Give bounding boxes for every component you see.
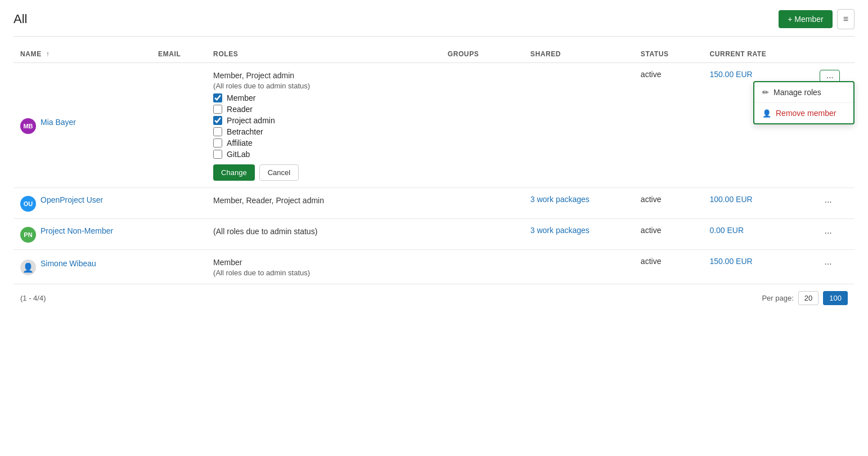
actions-cell: ··· [813, 219, 854, 250]
table-row: MBMia BayerMember, Project admin(All rol… [14, 63, 854, 188]
per-page-100[interactable]: 100 [823, 291, 848, 305]
checkbox-label-project-admin[interactable]: Project admin [227, 116, 275, 125]
roles-display: (All roles due to admin status) [213, 226, 434, 238]
col-groups: GROUPS [441, 46, 524, 63]
role-checkbox-item: Member [213, 93, 434, 102]
checkbox-member[interactable] [213, 93, 222, 102]
members-table-wrapper: NAME ↑ EMAIL ROLES GROUPS SHARED STATUS … [14, 46, 854, 284]
checkbox-affiliate[interactable] [213, 138, 222, 147]
col-roles: ROLES [206, 46, 441, 63]
name-cell: PNProject Non-Member [14, 219, 151, 250]
role-checkbox-list: MemberReaderProject adminBetrachterAffil… [213, 93, 434, 159]
col-name[interactable]: NAME ↑ [14, 46, 151, 63]
manage-roles-item[interactable]: ✏Manage roles [754, 82, 853, 102]
status-cell: active [634, 63, 703, 188]
shared-cell [524, 250, 634, 284]
actions-menu-button[interactable]: ··· [820, 226, 836, 240]
col-actions [813, 46, 854, 63]
actions-menu-button[interactable]: ··· [820, 257, 836, 271]
rate-cell: 0.00 EUR [703, 219, 813, 250]
checkbox-gitlab[interactable] [213, 150, 222, 159]
status-badge: active [641, 226, 662, 235]
member-name-link[interactable]: Simone Wibeau [41, 258, 96, 270]
avatar: PN [20, 227, 36, 243]
col-email: EMAIL [151, 46, 206, 63]
actions-menu-button[interactable]: ··· [820, 195, 836, 209]
role-actions: ChangeCancel [213, 164, 434, 181]
status-badge: active [641, 70, 662, 79]
member-name-link[interactable]: Project Non-Member [41, 226, 113, 237]
groups-cell [441, 63, 524, 188]
shared-cell [524, 63, 634, 188]
edit-icon: ✏ [762, 88, 769, 97]
dropdown-menu: ✏Manage roles👤Remove member [753, 81, 854, 124]
status-badge: active [641, 195, 662, 204]
work-packages-link[interactable]: 3 work packages [530, 226, 590, 235]
checkbox-label-member[interactable]: Member [227, 93, 255, 102]
member-name-wrapper: MBMia Bayer [20, 117, 145, 134]
checkbox-label-affiliate[interactable]: Affiliate [227, 138, 253, 147]
rate-cell: 100.00 EUR [703, 188, 813, 219]
roles-cell: (All roles due to admin status) [206, 219, 441, 250]
groups-cell [441, 188, 524, 219]
rate-cell: 150.00 EUR [703, 250, 813, 284]
avatar: 👤 [20, 260, 36, 275]
member-name-link[interactable]: OpenProject User [41, 195, 103, 206]
member-name-wrapper: 👤Simone Wibeau [20, 258, 145, 275]
roles-display: Member, Reader, Project admin [213, 195, 434, 207]
roles-cell: Member, Project admin(All roles due to a… [206, 63, 441, 188]
checkbox-label-betrachter[interactable]: Betrachter [227, 127, 263, 136]
table-row: PNProject Non-Member(All roles due to ad… [14, 219, 854, 250]
actions-cell: ··· [813, 250, 854, 284]
add-member-button[interactable]: + Member [779, 10, 832, 28]
status-cell: active [634, 219, 703, 250]
per-page-20[interactable]: 20 [798, 291, 818, 305]
col-shared: SHARED [524, 46, 634, 63]
email-cell [151, 63, 206, 188]
checkbox-project-admin[interactable] [213, 116, 222, 125]
table-row: 👤Simone WibeauMember(All roles due to ad… [14, 250, 854, 284]
remove-member-item[interactable]: 👤Remove member [754, 103, 853, 123]
groups-cell [441, 250, 524, 284]
actions-cell: ···✏Manage roles👤Remove member [813, 63, 854, 188]
filter-button[interactable]: ≡ [837, 9, 854, 29]
per-page-controls: Per page: 20 100 [762, 291, 848, 305]
work-packages-link[interactable]: 3 work packages [530, 195, 590, 204]
roles-display: Member, Project admin [213, 70, 434, 82]
header-actions: + Member ≡ [779, 9, 854, 29]
member-name-link[interactable]: Mia Bayer [41, 117, 76, 128]
change-button[interactable]: Change [213, 164, 255, 181]
manage-roles-label: Manage roles [773, 88, 821, 97]
page-title: All [14, 12, 27, 26]
remove-member-icon: 👤 [762, 109, 771, 118]
roles-cell: Member(All roles due to admin status) [206, 250, 441, 284]
avatar: OU [20, 196, 36, 212]
checkbox-reader[interactable] [213, 105, 222, 114]
roles-cell: Member, Reader, Project admin [206, 188, 441, 219]
rate-value: 100.00 EUR [709, 195, 752, 204]
status-badge: active [641, 257, 662, 266]
checkbox-betrachter[interactable] [213, 127, 222, 136]
table-footer: (1 - 4/4) Per page: 20 100 [14, 284, 854, 312]
status-cell: active [634, 250, 703, 284]
rate-value: 0.00 EUR [709, 226, 744, 235]
sort-icon: ↑ [46, 50, 50, 58]
email-cell [151, 250, 206, 284]
role-checkbox-item: Project admin [213, 116, 434, 125]
checkbox-label-reader[interactable]: Reader [227, 105, 253, 114]
member-name-wrapper: PNProject Non-Member [20, 226, 145, 243]
name-cell: MBMia Bayer [14, 63, 151, 188]
actions-cell: ··· [813, 188, 854, 219]
checkbox-label-gitlab[interactable]: GitLab [227, 150, 250, 159]
role-checkbox-item: Affiliate [213, 138, 434, 147]
table-header: NAME ↑ EMAIL ROLES GROUPS SHARED STATUS … [14, 46, 854, 63]
col-rate: CURRENT RATE [703, 46, 813, 63]
cancel-button[interactable]: Cancel [259, 164, 299, 181]
members-table: NAME ↑ EMAIL ROLES GROUPS SHARED STATUS … [14, 46, 854, 284]
page-header: All + Member ≡ [14, 9, 854, 37]
email-cell [151, 219, 206, 250]
groups-cell [441, 219, 524, 250]
role-checkbox-item: Reader [213, 105, 434, 114]
rate-value: 150.00 EUR [709, 70, 752, 79]
status-cell: active [634, 188, 703, 219]
